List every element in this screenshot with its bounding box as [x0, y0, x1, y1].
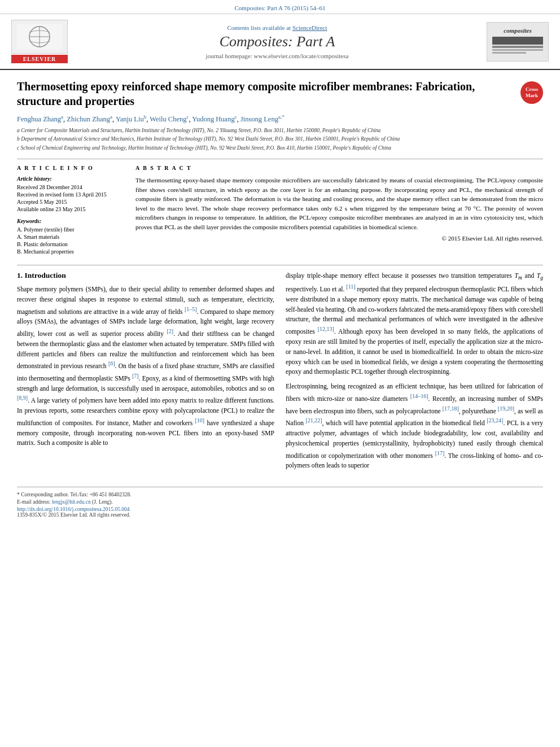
author-zhichun: Zhichun Zhang — [67, 115, 110, 123]
keywords-section: Keywords: A. Polymer (textile) fiber A. … — [17, 218, 124, 255]
keywords-title: Keywords: — [17, 218, 124, 224]
svg-rect-5 — [492, 37, 543, 45]
footer-issn: 1359-835X/© 2015 Elsevier Ltd. All right… — [17, 512, 543, 518]
body-section: 1. Introduction Shape memory polymers (S… — [17, 271, 543, 475]
svg-rect-8 — [492, 52, 526, 54]
ref-10: [10] — [195, 417, 204, 423]
article-title-section: Thermosetting epoxy reinforced shape mem… — [17, 79, 543, 108]
intro-title: 1. Introduction — [17, 271, 274, 280]
footer-section: * Corresponding author. Tel./fax: +86 45… — [17, 487, 543, 518]
divider-body — [17, 265, 543, 265]
keyword-1: A. Polymer (textile) fiber — [17, 226, 124, 233]
svg-rect-7 — [492, 49, 543, 51]
authors-line: Fenghua Zhanga, Zhichun Zhanga, Yanju Li… — [17, 114, 543, 124]
svg-rect-6 — [492, 46, 543, 48]
divider-top — [17, 159, 543, 159]
abstract-header: A B S T R A C T — [135, 165, 543, 171]
author-jinsong: Jinsong Leng — [240, 115, 278, 123]
abstract-col: A B S T R A C T The thermosetting epoxy-… — [135, 165, 543, 256]
affiliation-b: b Department of Astronautical Science an… — [17, 136, 543, 143]
intro-para3: Electrospinning, being recognized as an … — [286, 382, 543, 471]
contents-text: Contents lists available at — [227, 24, 291, 31]
page: Composites: Part A 76 (2015) 54–61 ELSEV… — [0, 0, 560, 747]
keyword-4: B. Mechanical properties — [17, 248, 124, 255]
info-abstract-section: A R T I C L E I N F O Article history: R… — [17, 165, 543, 256]
received-date: Received 28 December 2014 — [17, 184, 124, 190]
article-info-header: A R T I C L E I N F O — [17, 165, 124, 171]
journal-homepage: journal homepage: www.elsevier.com/locat… — [68, 53, 487, 59]
ref-2: [2] — [167, 328, 173, 334]
body-col-left: 1. Introduction Shape memory polymers (S… — [17, 271, 274, 475]
composites-logo: composites — [487, 22, 549, 62]
author-fenghua: Fenghua Zhang — [17, 115, 61, 123]
journal-banner: ELSEVIER Contents lists available at Sci… — [0, 14, 560, 70]
footer-email-link[interactable]: lengjs@hit.edu.cn — [52, 499, 91, 505]
elsevier-logo-image — [11, 20, 68, 54]
available-online-date: Available online 23 May 2015 — [17, 206, 124, 212]
footer-email: E-mail address: lengjs@hit.edu.cn (J. Le… — [17, 499, 543, 505]
main-content: Thermosetting epoxy reinforced shape mem… — [0, 70, 560, 531]
ref-23-24: [23,24] — [487, 417, 503, 423]
ref-8-9: [8,9] — [17, 395, 28, 401]
ref-17-18: [17,18] — [443, 405, 459, 412]
abstract-text: The thermosetting epoxy-based shape memo… — [135, 176, 543, 231]
journal-title: Composites: Part A — [68, 33, 487, 50]
author-yanju: Yanju Liu — [116, 115, 144, 123]
footer-corresponding: * Corresponding author. Tel./fax: +86 45… — [17, 492, 543, 497]
journal-citation: Composites: Part A 76 (2015) 54–61 — [234, 5, 325, 11]
journal-top-bar: Composites: Part A 76 (2015) 54–61 — [0, 0, 560, 14]
ref-11: [11] — [346, 283, 355, 290]
author-weilu: Weilu Cheng — [150, 115, 186, 123]
keyword-3: B. Plastic deformation — [17, 241, 124, 247]
footer-doi-text: http://dx.doi.org/10.1016/j.compositesa.… — [17, 506, 130, 512]
body-col-right: display triple-shape memory effect becau… — [286, 271, 543, 475]
ref-12-13: [12,13] — [318, 326, 334, 332]
ref-21-22: [21,22] — [305, 417, 322, 423]
affiliation-c: c School of Chemical Engineering and Tec… — [17, 145, 543, 152]
ref-1-5: [1–5] — [185, 306, 197, 312]
ref-6: [6] — [108, 360, 115, 366]
ref-7: [7] — [132, 373, 139, 379]
keyword-2: A. Smart materials — [17, 234, 124, 240]
ref-19-20: [19,20] — [498, 405, 514, 412]
abstract-copyright: © 2015 Elsevier Ltd. All rights reserved… — [135, 235, 543, 242]
crossmark-logo[interactable]: CrossMark — [520, 81, 543, 104]
article-history-label: Article history: — [17, 176, 124, 182]
ref-14-16: [14–16] — [410, 393, 428, 399]
author-yudong: Yudong Huang — [192, 115, 234, 123]
sciencedirect-text[interactable]: ScienceDirect — [292, 24, 327, 31]
elsevier-logo: ELSEVIER — [11, 20, 68, 63]
elsevier-text: ELSEVIER — [11, 55, 68, 63]
affiliation-a: a Center for Composite Materials and Str… — [17, 127, 543, 134]
composites-logo-name: composites — [504, 27, 532, 34]
received-revised-date: Received in revised form 13 April 2015 — [17, 191, 124, 198]
ref-17: [17] — [435, 450, 445, 456]
banner-center: Contents lists available at ScienceDirec… — [68, 24, 487, 59]
article-info-col: A R T I C L E I N F O Article history: R… — [17, 165, 124, 256]
sciencedirect-link[interactable]: Contents lists available at ScienceDirec… — [68, 24, 487, 31]
affiliations: a Center for Composite Materials and Str… — [17, 127, 543, 152]
accepted-date: Accepted 5 May 2015 — [17, 199, 124, 205]
article-title: Thermosetting epoxy reinforced shape mem… — [17, 79, 520, 108]
intro-para1: Shape memory polymers (SMPs), due to the… — [17, 285, 274, 448]
intro-para2: display triple-shape memory effect becau… — [286, 271, 543, 377]
footer-doi[interactable]: http://dx.doi.org/10.1016/j.compositesa.… — [17, 506, 543, 512]
